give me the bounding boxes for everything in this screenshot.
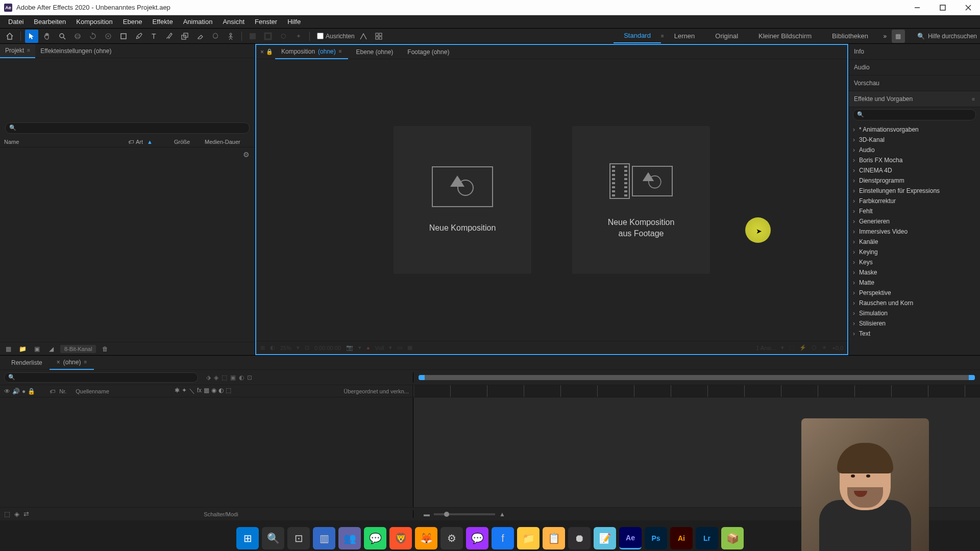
stroke-color[interactable] [261,30,275,43]
interpret-footage-icon[interactable]: ▦ [3,344,13,354]
label-column-icon[interactable]: 🏷 [50,388,55,394]
workspace-overflow-icon[interactable]: » [878,30,892,43]
snap-option-icon[interactable] [357,30,370,43]
grid-toggle-icon[interactable]: ⊞ [260,344,265,351]
effect-category[interactable]: Boris FX Mocha [849,155,980,165]
effect-category[interactable]: Keys [849,257,980,267]
fast-preview-icon[interactable]: ⚡ [799,344,806,351]
menu-bearbeiten[interactable]: Bearbeiten [29,16,71,28]
col-parent[interactable]: Übergeordnet und verkn... [344,388,409,394]
zoom-in-icon[interactable]: ▲ [499,511,505,518]
time-ruler[interactable] [413,385,980,397]
effects-list[interactable]: * Animationsvorgaben 3D-Kanal Audio Bori… [849,122,980,355]
effect-category[interactable]: CINEMA 4D [849,165,980,176]
tool-option-2[interactable]: ✦ [292,30,305,43]
snap-checkbox[interactable]: Ausrichten [317,33,355,40]
home-tool[interactable] [3,30,16,43]
tab-composition[interactable]: Komposition (ohne) ≡ [275,45,348,59]
panel-info[interactable]: Info [849,44,980,60]
taskbar-app2[interactable]: 📋 [543,527,565,549]
selection-tool[interactable] [25,30,38,43]
maximize-button[interactable] [935,3,950,13]
new-folder-icon[interactable]: 📁 [17,344,28,354]
pan-behind-tool[interactable] [102,30,115,43]
timeline-zoom-slider[interactable] [434,513,495,515]
taskbar-lightroom[interactable]: Lr [696,527,718,549]
taskbar-app3[interactable]: 📦 [721,527,744,549]
workspace-standard[interactable]: Standard [614,29,661,43]
taskbar-messenger[interactable]: 💬 [466,527,488,549]
taskbar-explorer[interactable]: 📁 [517,527,540,549]
effect-category[interactable]: Rauschen und Korn [849,298,980,308]
menu-komposition[interactable]: Komposition [71,16,118,28]
panel-menu-icon[interactable]: ≡ [27,47,30,53]
panel-menu-icon[interactable]: ≡ [84,359,87,365]
switches-modes-label[interactable]: Schalter/Modi [204,511,238,517]
tl-icon-1[interactable]: ⬗ [206,374,211,381]
orbit-tool[interactable] [71,30,84,43]
current-time[interactable]: 0:00:00:00 [314,345,341,351]
menu-animation[interactable]: Animation [178,16,218,28]
bit-depth-toggle[interactable]: 8-Bit-Kanal [60,345,96,353]
close-button[interactable] [961,3,976,13]
brush-tool[interactable] [163,30,176,43]
view-count[interactable]: 1 Ansi... [756,345,776,351]
switch-icon[interactable]: ✱ [175,387,180,395]
rotation-tool[interactable] [86,30,100,43]
effect-category[interactable]: * Animationsvorgaben [849,124,980,135]
zoom-level[interactable]: 25% [280,345,291,351]
minimize-button[interactable] [910,3,925,13]
col-nr[interactable]: Nr. [59,388,66,394]
resolution-icon[interactable]: ⊡ [305,344,309,351]
effect-category[interactable]: Simulation [849,308,980,318]
effect-category[interactable]: Kanäle [849,237,980,247]
tl-icon-6[interactable]: ⊡ [247,374,252,381]
taskbar-widgets[interactable]: ▥ [313,527,335,549]
tab-render-queue[interactable]: Renderliste [4,356,50,369]
zoom-tool[interactable] [56,30,69,43]
workspace-bibliotheken[interactable]: Bibliotheken [822,29,878,43]
taskbar-search[interactable]: 🔍 [262,527,284,549]
switch-icon[interactable]: ✦ [182,387,187,395]
tab-project[interactable]: Projekt ≡ [0,44,35,58]
panel-menu-icon[interactable]: ≡ [972,96,975,102]
help-search[interactable]: 🔍 Hilfe durchsuchen [917,33,977,40]
taskbar-obs[interactable]: ⏺ [568,527,591,549]
menu-hilfe[interactable]: Hilfe [282,16,306,28]
tab-effect-controls[interactable]: Effekteinstellungen (ohne) [35,44,116,58]
effect-category[interactable]: Immersives Video [849,227,980,237]
taskbar-photoshop[interactable]: Ps [645,527,667,549]
panel-audio[interactable]: Audio [849,60,980,76]
new-composition-from-footage-button[interactable]: Neue Komposition aus Footage [572,126,710,274]
effect-category[interactable]: Stilisieren [849,318,980,329]
taskbar-aftereffects[interactable]: Ae [619,527,642,549]
lock-column-icon[interactable]: 🔒 [28,388,35,395]
work-area-bar[interactable] [419,375,975,380]
panel-effects-presets[interactable]: Effekte und Vorgaben ≡ [849,91,980,107]
fill-color[interactable] [246,30,259,43]
pen-tool[interactable] [132,30,145,43]
taskbar-app[interactable]: ⚙ [440,527,463,549]
workspace-original[interactable]: Original [705,29,748,43]
effect-category[interactable]: Einstellungen für Expressions [849,186,980,196]
effect-category[interactable]: Perspektive [849,288,980,298]
effect-category[interactable]: Fehlt [849,206,980,216]
effect-category[interactable]: Dienstprogramm [849,176,980,186]
menu-fenster[interactable]: Fenster [250,16,282,28]
col-size[interactable]: Größe [174,139,205,145]
adjustment-icon[interactable]: ◢ [46,344,56,354]
shape-tool[interactable] [117,30,130,43]
timeline-search-input[interactable] [4,372,198,383]
workspace-grid-icon[interactable]: ▦ [892,30,905,43]
tool-option-1[interactable]: ⬡ [277,30,290,43]
effects-search-input[interactable] [853,109,976,120]
col-type[interactable]: 🏷 Art ▲ [128,139,174,145]
lock-icon[interactable]: 🔒 [266,48,273,55]
channel-icon[interactable]: ● [366,345,370,351]
menu-ebene[interactable]: Ebene [118,16,148,28]
switch-icon[interactable]: ＼ [189,387,195,395]
taskbar-windows[interactable]: ⊞ [236,527,259,549]
roi-icon[interactable]: ▭ [397,344,402,351]
exposure-icon[interactable]: ☀ [822,344,827,351]
effect-category[interactable]: Matte [849,278,980,288]
